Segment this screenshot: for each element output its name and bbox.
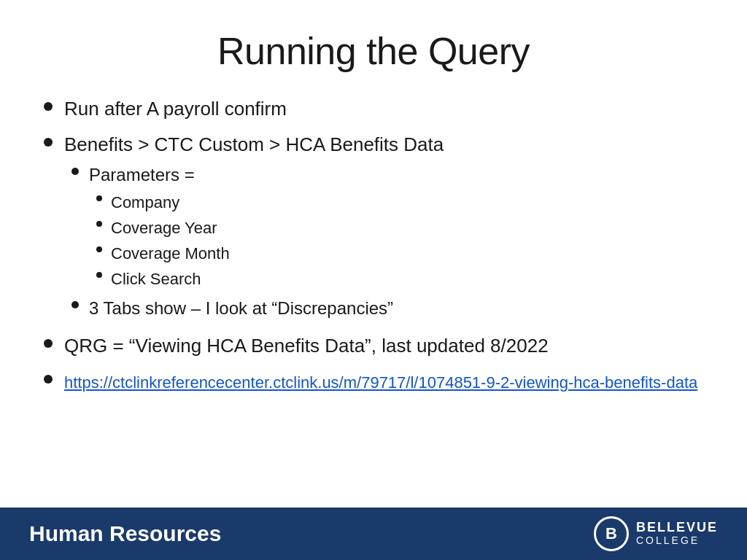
hca-benefits-link[interactable]: https://ctclinkreferencecenter.ctclink.u… — [64, 373, 697, 392]
sub-sub-text-search: Click Search — [111, 267, 703, 291]
bullet-dot-3 — [44, 339, 53, 348]
sub-text-tabs: 3 Tabs show – I look at “Discrepancies” — [89, 295, 703, 322]
sub-sub-dot-year — [96, 221, 102, 227]
bullet-item-2: Benefits > CTC Custom > HCA Benefits Dat… — [44, 131, 703, 324]
sub-sub-list-params: Company Coverage Year Coverage Month — [96, 190, 703, 291]
bullet-text-3: QRG = “Viewing HCA Benefits Data”, last … — [64, 332, 703, 360]
footer-logo: B BELLEVUE COLLEGE — [594, 516, 718, 551]
bellevue-college-logo-circle: B — [594, 516, 629, 551]
footer-title: Human Resources — [29, 521, 221, 546]
footer: Human Resources B BELLEVUE COLLEGE — [0, 508, 747, 560]
sub-sub-dot-search — [96, 272, 102, 278]
sub-sub-text-company: Company — [111, 190, 703, 214]
main-bullet-list: Run after A payroll confirm Benefits > C… — [44, 95, 703, 403]
sub-sub-text-year: Coverage Year — [111, 216, 703, 240]
sub-text-params: Parameters = Company Coverage Year — [89, 162, 703, 292]
sub-sub-dot-company — [96, 195, 102, 201]
sub-sub-item-search: Click Search — [96, 267, 703, 291]
bullet-item-4: https://ctclinkreferencecenter.ctclink.u… — [44, 368, 703, 396]
sub-list-2: Parameters = Company Coverage Year — [71, 162, 703, 322]
sub-item-tabs: 3 Tabs show – I look at “Discrepancies” — [71, 295, 703, 322]
logo-text-block: BELLEVUE COLLEGE — [636, 521, 718, 546]
sub-dot-params — [71, 168, 79, 175]
bullet-item-1: Run after A payroll confirm — [44, 95, 703, 123]
logo-college: COLLEGE — [636, 535, 718, 546]
sub-sub-item-year: Coverage Year — [96, 216, 703, 240]
sub-item-params: Parameters = Company Coverage Year — [71, 162, 703, 292]
slide-title: Running the Query — [44, 29, 703, 73]
sub-sub-item-month: Coverage Month — [96, 241, 703, 265]
logo-bellevue: BELLEVUE — [636, 521, 718, 535]
sub-sub-dot-month — [96, 246, 102, 252]
sub-sub-text-month: Coverage Month — [111, 241, 703, 265]
bullet-item-3: QRG = “Viewing HCA Benefits Data”, last … — [44, 332, 703, 360]
bullet-dot-2 — [44, 138, 53, 147]
bullet-text-2: Benefits > CTC Custom > HCA Benefits Dat… — [64, 131, 703, 324]
bullet-text-4: https://ctclinkreferencecenter.ctclink.u… — [64, 368, 703, 396]
bullet-text-1: Run after A payroll confirm — [64, 95, 703, 123]
sub-dot-tabs — [71, 301, 79, 308]
slide-content: Running the Query Run after A payroll co… — [0, 0, 747, 508]
bullet-dot-1 — [44, 102, 53, 111]
sub-sub-item-company: Company — [96, 190, 703, 214]
bullet-dot-4 — [44, 375, 53, 384]
